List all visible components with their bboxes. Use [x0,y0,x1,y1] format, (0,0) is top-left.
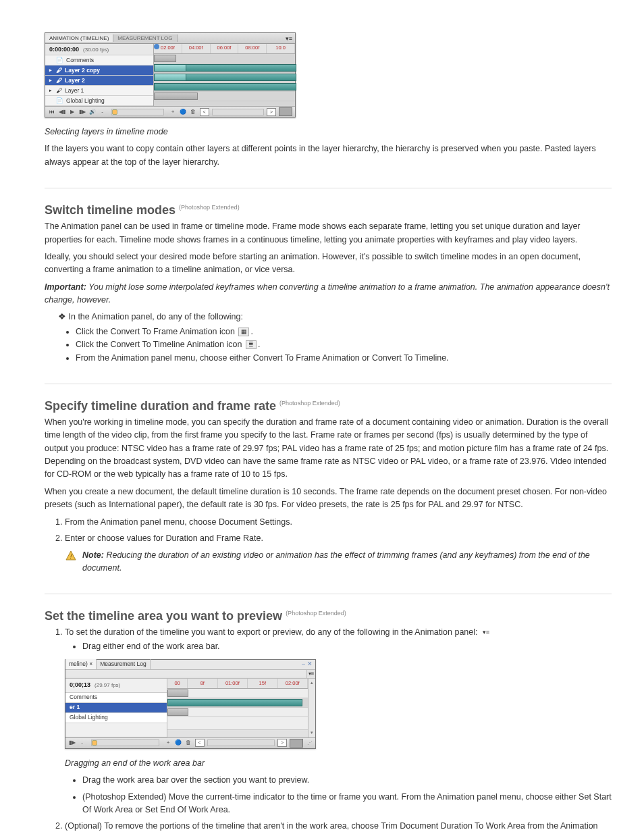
convert-mode-icon-2[interactable] [290,739,303,748]
scroll-left-icon[interactable]: < [200,108,209,116]
step-item: From the Animation panel menu, choose Do… [65,516,612,529]
list-item: From the Animation panel menu, choose ei… [76,352,612,365]
body-text: Ideally, you should select your desired … [45,251,612,277]
tab-measurement-log-2[interactable]: Measurement Log [97,659,151,669]
body-text: When you create a new document, the defa… [45,486,612,512]
h-scrollbar-2[interactable] [207,739,275,746]
bullet-lead: ❖ In the Animation panel, do any of the … [58,311,612,365]
zoom-slider[interactable] [111,109,164,115]
zoom-slider-2[interactable] [91,739,159,746]
work-area-panel-figure: meline) × Measurement Log –✕ ▾≡ 0;00;13 … [65,659,316,749]
separator [45,384,612,384]
panel-footer-controls: ⏮ ◀▮ ▶ ▮▶ 🔊 - + 🔵 🗑 < > [45,106,295,117]
convert-timeline-icon: ≣ [246,340,257,349]
row2-comments: Comments [65,693,167,703]
row-layer2copy[interactable]: ▸🖌Layer 2 copy [45,66,153,76]
next-frame-icon-2[interactable]: ▮▶ [68,739,76,747]
row-comments: 📄Comments [45,55,153,66]
step-item: Enter or choose values for Duration and … [65,532,612,545]
row-layer2[interactable]: ▸🖌Layer 2 [45,76,153,86]
zoom-in-icon-2[interactable]: + [165,739,172,747]
fps-value-2: (29.97 fps) [95,681,120,689]
figure-caption: Selecting layers in timeline mode [45,126,612,138]
heading-set-preview-area: Set the timeline area you want to previe… [45,609,612,623]
list-item: Click the Convert To Timeline Animation … [76,338,612,351]
heading-switch-modes: Switch timeline modes (Photoshop Extende… [45,203,612,217]
body-text: The Animation panel can be used in frame… [45,220,612,246]
panel-menu-icon[interactable]: ▾≡ [283,35,295,42]
play-icon[interactable]: ▶ [68,109,76,115]
zoom-out-icon[interactable]: - [99,109,106,115]
row-layer1[interactable]: ▸🖌Layer 1 [45,86,153,96]
v-scrollbar[interactable]: ▴▾ [308,679,315,737]
important-note: Important: You might lose some interpola… [45,281,612,307]
next-frame-icon[interactable]: ▮▶ [78,109,86,115]
zoom-out-icon-2[interactable]: - [78,739,86,747]
tab-measurement-log[interactable]: MEASUREMENT LOG [113,34,177,42]
step-item: (Optional) To remove the portions of the… [65,820,612,834]
convert-mode-icon[interactable] [279,107,292,116]
zoom-in-icon[interactable]: + [169,109,177,115]
minimize-icon[interactable]: – [302,660,305,669]
panel-menu-icon-2[interactable]: ▾≡ [306,670,315,678]
cti-playhead[interactable] [154,44,159,49]
note-icon: ! [65,549,77,575]
figure-caption-2: Dragging an end of the work area bar [65,757,612,770]
tab-timeline-fragment[interactable]: meline) × [65,659,97,669]
fps-value: (30.00 fps) [83,47,109,53]
timecode-value-2[interactable]: 0;00;13 [70,681,90,690]
animation-panel-figure: ANIMATION (TIMELINE) MEASUREMENT LOG ▾≡ … [45,32,296,118]
step-item: To set the duration of the timeline you … [65,626,612,817]
timecode-value[interactable]: 0:00:00:00 [49,46,79,53]
convert-frames-icon: ▦ [238,328,249,336]
panel-menu-inline-icon: ▾≡ [481,629,491,636]
note-block: ! Note: Reducing the duration of an exis… [65,549,612,575]
list-item: Click the Convert To Frame Animation ico… [76,325,612,338]
heading-duration-framerate: Specify timeline duration and frame rate… [45,399,612,413]
h-scrollbar[interactable] [212,109,265,115]
timecode-row: 0:00:00:00 (30.00 fps) [45,44,153,55]
row2-layer1[interactable]: er 1 [65,703,167,713]
prev-frame-icon[interactable]: ◀▮ [58,109,65,115]
list-item: Drag either end of the work area bar. [82,640,612,653]
tab-animation-timeline[interactable]: ANIMATION (TIMELINE) [45,34,113,42]
scroll-right-icon[interactable]: > [267,108,276,116]
delete-icon-2[interactable]: 🗑 [185,739,192,747]
body-text: When you're working in timeline mode, yo… [45,416,612,481]
list-item: Drag the work area bar over the section … [82,774,612,787]
separator [45,188,612,188]
timeline-ruler[interactable]: 02:00f 04:00f 06:00f 08:00f 10:0 [154,44,295,54]
rewind-icon[interactable]: ⏮ [48,109,55,115]
close-icon[interactable]: ✕ [307,660,313,669]
scroll-right-icon-2[interactable]: > [277,739,287,747]
row2-global-lighting: Global Lighting [65,713,167,723]
body-text: If the layers you want to copy contain o… [45,142,612,169]
panel-tabs: ANIMATION (TIMELINE) MEASUREMENT LOG ▾≡ [45,33,295,44]
separator [45,594,612,594]
onion-skin-icon-2[interactable]: 🔵 [175,739,182,747]
row-global-lighting: 📄Global Lighting [45,96,153,106]
scroll-left-icon-2[interactable]: < [195,739,205,747]
audio-icon[interactable]: 🔊 [88,109,96,115]
timeline-ruler-2[interactable]: 00 8f 01:00f 15f 02:00f [167,679,308,689]
list-item: (Photoshop Extended) Move the current-ti… [82,791,612,817]
resize-grip-icon[interactable]: ⋰ [306,739,313,747]
onion-skin-icon[interactable]: 🔵 [180,109,187,115]
delete-icon[interactable]: 🗑 [190,109,197,115]
